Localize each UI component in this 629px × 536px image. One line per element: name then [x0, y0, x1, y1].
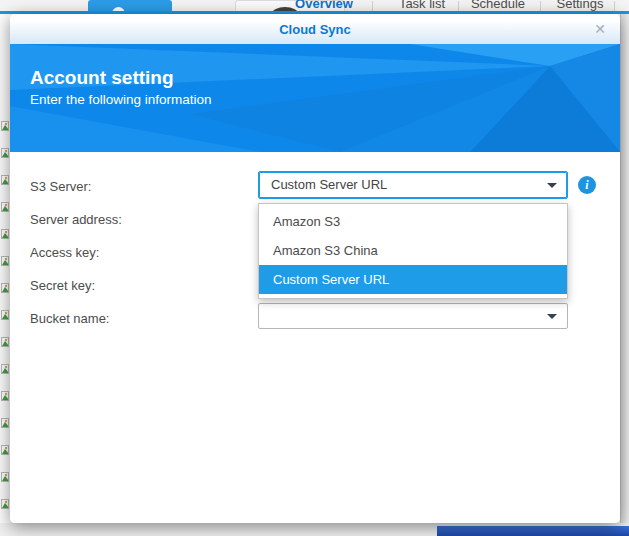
background-selected-bar: [437, 526, 629, 536]
dialog-body: S3 Server: Custom Server URL i Server ad…: [10, 152, 620, 523]
step-subtitle: Enter the following information: [30, 92, 212, 107]
scrollbar-track[interactable]: [620, 14, 629, 523]
info-icon[interactable]: i: [578, 176, 596, 194]
s3-server-select[interactable]: Custom Server URL: [258, 171, 568, 199]
file-icon-column: [1, 121, 9, 509]
image-file-icon: [1, 445, 9, 455]
s3-server-dropdown-list: Amazon S3 Amazon S3 China Custom Server …: [258, 203, 568, 299]
bucket-name-label: Bucket name:: [30, 311, 110, 326]
image-file-icon: [1, 310, 9, 320]
image-file-icon: [1, 229, 9, 239]
server-address-label: Server address:: [30, 212, 122, 227]
cloud-sync-dialog: Cloud Sync ✕ Account setting Enter the f…: [10, 14, 620, 523]
image-file-icon: [1, 472, 9, 482]
chevron-down-icon: [547, 183, 557, 188]
dialog-title: Cloud Sync: [10, 22, 620, 37]
background-tab-strip: Overview Task list Schedule Settings: [0, 0, 629, 14]
dropdown-option-amazon-s3-china[interactable]: Amazon S3 China: [259, 236, 567, 265]
s3-server-value: Custom Server URL: [271, 177, 387, 192]
s3-server-label: S3 Server:: [30, 179, 91, 194]
image-file-icon: [1, 364, 9, 374]
dropdown-option-custom-server-url[interactable]: Custom Server URL: [259, 265, 567, 294]
image-file-icon: [1, 418, 9, 428]
dialog-titlebar[interactable]: Cloud Sync ✕: [10, 14, 620, 44]
image-file-icon: [1, 121, 9, 131]
step-title: Account setting: [30, 67, 174, 89]
bucket-name-select[interactable]: [258, 303, 568, 329]
wizard-header: Account setting Enter the following info…: [10, 44, 620, 152]
image-file-icon: [1, 175, 9, 185]
image-file-icon: [1, 256, 9, 266]
close-icon[interactable]: ✕: [594, 21, 606, 37]
image-file-icon: [1, 499, 9, 509]
dropdown-option-amazon-s3[interactable]: Amazon S3: [259, 207, 567, 236]
chevron-down-icon: [547, 314, 557, 319]
image-file-icon: [1, 148, 9, 158]
secret-key-label: Secret key:: [30, 278, 95, 293]
image-file-icon: [1, 202, 9, 212]
access-key-label: Access key:: [30, 245, 99, 260]
image-file-icon: [1, 391, 9, 401]
image-file-icon: [1, 337, 9, 347]
image-file-icon: [1, 283, 9, 293]
